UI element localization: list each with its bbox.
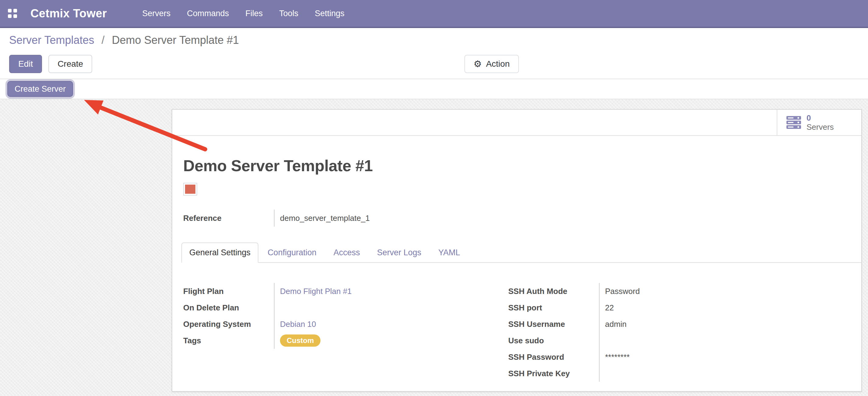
action-dropdown-button[interactable]: ⚙ Action	[464, 55, 519, 73]
field-columns: Flight Plan Demo Flight Plan #1 On Delet…	[183, 283, 849, 382]
ssh-username-label: SSH Username	[508, 319, 599, 329]
menu-item-settings[interactable]: Settings	[315, 9, 344, 18]
field-row-ssh-port: SSH port 22	[508, 300, 849, 316]
breadcrumb-parent-link[interactable]: Server Templates	[9, 34, 94, 46]
field-row-on-delete-plan: On Delete Plan	[183, 300, 508, 316]
main-menu: Servers Commands Files Tools Settings	[142, 9, 344, 18]
notebook-tabs: General Settings Configuration Access Se…	[181, 243, 861, 263]
menu-item-tools[interactable]: Tools	[279, 9, 298, 18]
breadcrumb: Server Templates / Demo Server Template …	[9, 33, 859, 48]
use-sudo-label: Use sudo	[508, 336, 599, 345]
server-stack-icon	[786, 116, 801, 129]
menu-item-commands[interactable]: Commands	[187, 9, 229, 18]
field-row-ssh-auth-mode: SSH Auth Mode Password	[508, 283, 849, 300]
operating-system-link[interactable]: Debian 10	[280, 319, 316, 329]
reference-value: demo_server_template_1	[274, 209, 849, 227]
gear-icon: ⚙	[473, 59, 482, 68]
field-row-ssh-private-key: SSH Private Key	[508, 365, 849, 382]
on-delete-plan-label: On Delete Plan	[183, 303, 274, 313]
tab-general-settings[interactable]: General Settings	[181, 243, 258, 263]
menu-item-servers[interactable]: Servers	[142, 9, 170, 18]
ssh-private-key-value	[599, 365, 849, 382]
control-panel-buttons: Edit Create ⚙ Action	[9, 55, 859, 73]
flight-plan-link[interactable]: Demo Flight Plan #1	[280, 287, 352, 296]
top-navbar: Cetmix Tower Servers Commands Files Tool…	[0, 0, 868, 28]
operating-system-label: Operating System	[183, 319, 274, 329]
tab-yaml[interactable]: YAML	[430, 243, 468, 263]
field-row-use-sudo: Use sudo	[508, 332, 849, 349]
breadcrumb-current: Demo Server Template #1	[112, 34, 239, 46]
use-sudo-value	[599, 332, 849, 349]
servers-stat-button[interactable]: 0 Servers	[777, 110, 861, 135]
reference-label: Reference	[183, 214, 274, 223]
on-delete-plan-value	[274, 300, 508, 316]
template-color-swatch	[183, 183, 197, 196]
ssh-port-value: 22	[599, 300, 849, 316]
ssh-private-key-label: SSH Private Key	[508, 369, 599, 378]
servers-stat-label: Servers	[807, 122, 834, 132]
field-row-tags: Tags Custom	[183, 332, 508, 349]
left-field-group: Flight Plan Demo Flight Plan #1 On Delet…	[183, 283, 508, 382]
app-window: Cetmix Tower Servers Commands Files Tool…	[0, 0, 868, 396]
sheet-body: Demo Server Template #1 Reference demo_s…	[172, 136, 861, 382]
menu-item-files[interactable]: Files	[245, 9, 262, 18]
field-row-ssh-username: SSH Username admin	[508, 316, 849, 332]
brand-title[interactable]: Cetmix Tower	[30, 7, 107, 20]
record-title: Demo Server Template #1	[183, 157, 849, 175]
ssh-auth-mode-label: SSH Auth Mode	[508, 287, 599, 296]
ssh-password-value: ********	[599, 349, 849, 365]
sheet-top-band: 0 Servers	[172, 110, 861, 136]
ssh-port-label: SSH port	[508, 303, 599, 313]
control-panel: Server Templates / Demo Server Template …	[0, 28, 868, 79]
action-button-label: Action	[486, 59, 510, 69]
tab-configuration[interactable]: Configuration	[259, 243, 324, 263]
field-row-ssh-password: SSH Password ********	[508, 349, 849, 365]
ssh-username-value: admin	[599, 316, 849, 332]
apps-grid-icon[interactable]	[8, 9, 17, 18]
reference-field-row: Reference demo_server_template_1	[183, 209, 849, 227]
ssh-password-label: SSH Password	[508, 352, 599, 362]
tab-server-logs[interactable]: Server Logs	[369, 243, 429, 263]
right-field-group: SSH Auth Mode Password SSH port 22 SSH U…	[508, 283, 849, 382]
tab-access[interactable]: Access	[326, 243, 368, 263]
flight-plan-label: Flight Plan	[183, 287, 274, 296]
content-area: 0 Servers Demo Server Template #1 Refere…	[0, 99, 868, 396]
servers-stat-value: 0	[807, 113, 834, 122]
breadcrumb-separator: /	[101, 34, 104, 46]
form-sheet: 0 Servers Demo Server Template #1 Refere…	[172, 109, 862, 392]
ssh-auth-mode-value: Password	[599, 283, 849, 300]
field-row-flight-plan: Flight Plan Demo Flight Plan #1	[183, 283, 508, 300]
field-row-operating-system: Operating System Debian 10	[183, 316, 508, 332]
tags-label: Tags	[183, 336, 274, 345]
create-server-button[interactable]: Create Server	[7, 81, 73, 97]
tag-badge-custom: Custom	[280, 335, 320, 347]
edit-button[interactable]: Edit	[9, 55, 42, 73]
create-server-row: Create Server	[0, 79, 868, 99]
create-button[interactable]: Create	[49, 55, 92, 73]
servers-stat-text: 0 Servers	[807, 113, 834, 132]
